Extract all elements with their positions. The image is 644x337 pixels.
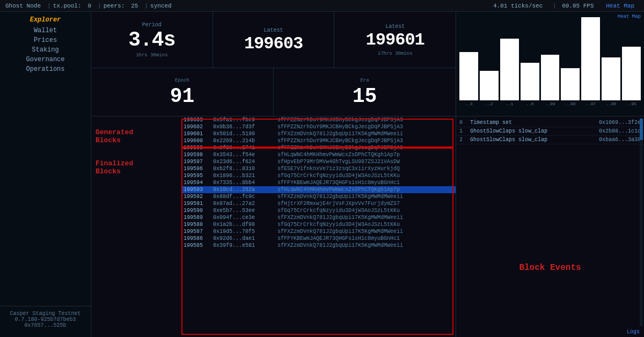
bar-label: ..99 xyxy=(545,101,555,106)
bar-label: ..97 xyxy=(586,101,596,106)
block-hash: 0x39f9...e581 xyxy=(213,243,277,248)
block-hash: 0x19d5...70f5 xyxy=(213,229,277,235)
sidebar-item-staking[interactable]: Staking xyxy=(0,45,91,55)
block-hash: 0xe5b7...53ee xyxy=(213,208,277,214)
txpool-value: 0 xyxy=(87,3,91,9)
block-sig: sfHLqWNC4hMKHhmvPWmWcxZsDPhCTQKgh1Ap7p xyxy=(277,187,453,193)
block-sig: sfHpvEbP79MrDMVw4GhTvgLSU987ZSJ21VAsDW xyxy=(277,159,453,165)
block-sig: sfGq75CrCrkcfqNzyyidu3D4jW3AoJSzL5tKKu xyxy=(277,208,453,214)
event-row: 1GhostSlowClaps slow_clap0x2b88...1c1d xyxy=(456,127,644,136)
block-row[interactable]: 1996030x5fa1...fbe9sfFPZZNzrhDuY9MKJCBHy… xyxy=(181,116,456,123)
block-row[interactable]: 1995870x19d5...70f5sfFXZzmDVnkQ781J2gbqU… xyxy=(181,228,456,235)
block-id: 199603 xyxy=(184,117,213,123)
block-sig: sfFXZzmDVnkQ781J2gbqUpi17K5KgMWMdMWeeii xyxy=(277,194,453,200)
block-row[interactable]: 1995880x1a2b...df98sfGq75CrCrkcfqNzyyidu… xyxy=(181,221,456,228)
node-version: 0.7.180-925b7d7beb3 xyxy=(4,317,86,323)
bar-group: ..1 xyxy=(500,39,519,106)
block-row[interactable]: 1995980x3543...f54esfHLqWNC4hMKHhmvPWmWc… xyxy=(181,151,456,158)
chart-bar xyxy=(500,39,519,100)
event-num: 0 xyxy=(459,120,470,126)
block-sig: sfHjtrXF2RmxwjE4rjVxFJXpvVv7FurjdymZS7 xyxy=(277,201,453,207)
ticks-per-sec: 4.01 ticks/sec xyxy=(493,3,543,9)
block-row[interactable]: 1995940x7335...8bb4sfFFYKBEwmJAQEJR73QHG… xyxy=(181,179,456,186)
block-sig: sfFFYKBEwmJAQEJR73QHGFs1sH1c8myuBGnHc1 xyxy=(277,236,453,241)
block-id: 199590 xyxy=(184,208,213,214)
event-hash: 0xbaa6...3a38 xyxy=(587,137,641,143)
block-table-inner[interactable]: 1996030x5fa1...fbe9sfFPZZNzrhDuY9MKJCBHy… xyxy=(181,116,456,337)
event-row: 2GhostSlowClaps slow_clap0xbaa6...3a38 xyxy=(456,136,644,144)
bar-label: ..3 xyxy=(465,101,472,106)
node-name: Ghost Node xyxy=(5,3,41,9)
block-row[interactable]: 1995920x88df...fc9csfFXZzmDVnkQ781J2gbqU… xyxy=(181,193,456,200)
block-row[interactable]: 1995910x07ad...27a2sfHjtrXF2RmxwjE4rjVxF… xyxy=(181,200,456,207)
explorer-title: Explorer xyxy=(0,16,91,24)
logs-link[interactable]: Logs xyxy=(627,329,640,335)
block-row[interactable]: 1995890x094f...ce3esfFXZzmDVnkQ781J2gbqU… xyxy=(181,214,456,221)
sidebar-item-prices[interactable]: Prices xyxy=(0,35,91,45)
block-row[interactable]: 1995900xe5b7...53eesfGq75CrCrkcfqNzyyidu… xyxy=(181,207,456,214)
block-sig: sfGq75CrCrkcfqNzyyidu3D4jW3AoJSzL5tKKu xyxy=(277,173,453,179)
chart-bar xyxy=(622,47,641,100)
block-row[interactable]: 1995960xb2f8...8310sfESE7VifnknxVe71z3zs… xyxy=(181,165,456,172)
period-sublabel: 1hrs 30mins xyxy=(136,53,167,58)
block-events-title: Block Events xyxy=(519,263,581,273)
finalized-blocks-label: FinalizedBlocks xyxy=(96,159,133,175)
stats-row: Period 3.4s 1hrs 30mins Latest 199603 La… xyxy=(91,12,644,116)
block-sig: sfFPZZNzrhDuY9MKJCBHyBCkgJecgDqPJBPSjA3 xyxy=(277,124,453,130)
era-sublabel: 17hrs 30mins xyxy=(378,51,413,56)
chart-bar xyxy=(561,68,580,100)
block-id: 199588 xyxy=(184,222,213,228)
stats-left: Period 3.4s 1hrs 30mins Latest 199603 La… xyxy=(91,12,456,116)
block-id: 199595 xyxy=(184,173,213,179)
peers-value: 25 xyxy=(131,3,138,9)
block-id: 199598 xyxy=(184,152,213,158)
block-hash: 0x3543...f54e xyxy=(213,152,277,158)
chart-bar xyxy=(581,17,600,100)
scrollbar[interactable] xyxy=(640,119,643,326)
bar-group: ..0 xyxy=(521,63,539,106)
epoch-value: 91 xyxy=(170,86,195,107)
era-stat: Era 15 xyxy=(274,68,456,116)
block-row[interactable]: 1996020x0b36...7d3fsfFPZZNzrhDuY9MKJCBHy… xyxy=(181,123,456,130)
heat-map-link[interactable]: Heat Map xyxy=(606,3,634,9)
events-panel: 0Timestamp set0x1069...3f2e1GhostSlowCla… xyxy=(456,116,644,337)
block-row[interactable]: 1996010x501d...5190sfFXZzmDVnkQ781J2gbqU… xyxy=(181,130,456,137)
sidebar-item-operations[interactable]: Operations xyxy=(0,64,91,74)
block-id: 199594 xyxy=(184,180,213,186)
block-hash: 0x1a2b...df98 xyxy=(213,222,277,228)
block-row[interactable]: 1995930x10cd...252asfHLqWNC4hMKHhmvPWmWc… xyxy=(181,186,456,193)
era-label: Era xyxy=(360,78,369,83)
block-id: 199592 xyxy=(184,194,213,200)
sidebar-item-wallet[interactable]: Wallet xyxy=(0,26,91,35)
fps-value: 60.05 FPS xyxy=(562,3,594,9)
block-sig: sfFPZZNzrhDuY9MKJCBHyBCkgJecgDqPJBPSjA3 xyxy=(277,145,453,151)
block-row[interactable]: 1995990x9f28...2741sfFPZZNzrhDuY9MKJCBHy… xyxy=(181,144,456,151)
chart-bar xyxy=(521,63,539,100)
block-row[interactable]: 1995970x23d6...f624sfHpvEbP79MrDMVw4GhTv… xyxy=(181,158,456,165)
bar-group: ..99 xyxy=(541,55,560,106)
sidebar-item-governance[interactable]: Governance xyxy=(0,55,91,64)
main-layout: Explorer Wallet Prices Staking Governanc… xyxy=(0,12,644,337)
block-hash: 0x88df...fc9c xyxy=(213,194,277,200)
bar-group: ..96 xyxy=(602,57,620,106)
block-row[interactable]: 1996000x2269...214bsfFPZZNzrhDuY9MKJCBHy… xyxy=(181,137,456,144)
block-id: 199593 xyxy=(184,187,213,193)
txpool-label: tx.pool: xyxy=(53,3,82,9)
epoch-stat: Epoch 91 xyxy=(91,68,274,116)
block-time-value: 3.4s xyxy=(128,30,175,50)
block-row[interactable]: 1995950x1896...b321sfGq75CrCrkcfqNzyyidu… xyxy=(181,172,456,179)
block-row[interactable]: 1995860x92d6...dae1sfFFYKBEwmJAQEJR73QHG… xyxy=(181,235,456,242)
period-label: Period xyxy=(142,22,162,28)
block-hash: 0x5fa1...fbe9 xyxy=(213,117,277,123)
block-row[interactable]: 1995850x39f9...e581sfFXZzmDVnkQ781J2gbqU… xyxy=(181,242,456,249)
sidebar-bottom-info: Casper Staging Testnet 0.7.180-925b7d7be… xyxy=(0,306,91,333)
bar-label: ..2 xyxy=(485,101,493,106)
block-id: 199591 xyxy=(184,201,213,207)
content-area: Period 3.4s 1hrs 30mins Latest 199603 La… xyxy=(91,12,644,337)
block-id: 199596 xyxy=(184,166,213,172)
block-hash: 0x2269...214b xyxy=(213,138,277,144)
latest-era-stat: Latest 199601 17hrs 30mins xyxy=(334,12,456,68)
event-row: 0Timestamp set0x1069...3f2e xyxy=(456,119,644,127)
block-id: 199589 xyxy=(184,215,213,221)
chart-bar xyxy=(480,71,499,100)
